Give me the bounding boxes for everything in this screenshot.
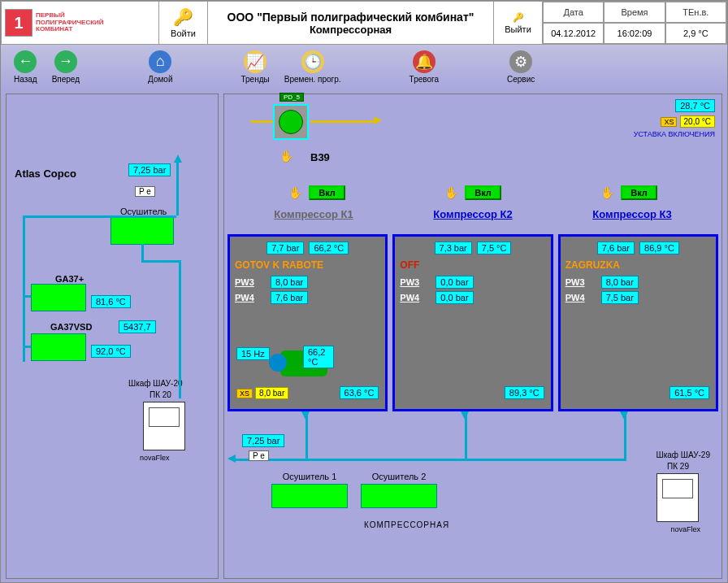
motor-icon: 66,2 °C — [266, 347, 334, 380]
k1-pw3: 8,0 bar — [271, 276, 308, 289]
k1-status: GOTOV K RABOTE — [235, 259, 380, 271]
cabinet20-box[interactable] — [143, 402, 185, 450]
k2-pw3: 0,0 bar — [436, 276, 473, 289]
setpoint-row: XS 20,0 °C — [661, 115, 715, 128]
novaflex20-label: novaFlex — [140, 454, 170, 462]
exit-button[interactable]: 🔑 Выйти — [494, 2, 543, 44]
system-pressure-value: 7,25 bar — [128, 163, 171, 176]
trends-button[interactable]: 📈Тренды — [236, 49, 275, 85]
cabinet20-pk-label: ПК 20 — [150, 390, 171, 399]
ga37-indicator[interactable] — [31, 284, 86, 311]
k1-motor-temp: 66,2 °C — [303, 346, 334, 368]
exit-key-icon: 🔑 — [513, 12, 524, 23]
login-button[interactable]: 🔑 Войти — [159, 2, 208, 44]
arrow-left-icon: ← — [14, 50, 37, 73]
date-value: 04.12.2012 — [543, 23, 604, 44]
home-icon: ⌂ — [149, 50, 171, 73]
room-temp-value: 28,7 °C — [675, 99, 715, 112]
time-value: 16:02:09 — [604, 23, 665, 44]
dryer1: Осушитель 1 — [271, 472, 348, 508]
vendor-label: Atlas Copco — [15, 168, 76, 180]
logo: 1 ПЕРВЫЙ ПОЛИГРАФИЧЕСКИЙ КОМБИНАТ — [2, 2, 159, 44]
time-prog-button[interactable]: 🕒Времен. прогр. — [280, 49, 346, 85]
hand-icon: ✋ — [288, 186, 302, 199]
k1-pw4: 7,6 bar — [271, 291, 308, 304]
manifold-pressure-value: 7,25 bar — [242, 434, 284, 447]
dryer2-indicator[interactable] — [361, 484, 437, 508]
clock-icon: 🕒 — [301, 50, 324, 73]
cabinet29-label: Шкаф ШАУ-29 — [656, 450, 710, 459]
key-icon: 🔑 — [173, 7, 193, 27]
temp-header: ТЕн.в. — [665, 2, 726, 23]
page-title: ООО "Первый полиграфический комбинат" Ко… — [208, 2, 494, 44]
gear-icon: ⚙ — [509, 50, 532, 73]
arrow-right-icon: → — [54, 50, 77, 73]
k3-pressure: 7,6 bar — [597, 241, 635, 255]
k1-pressure: 7,7 bar — [266, 241, 304, 255]
k1-bottom-temp: 63,6 °C — [340, 386, 379, 399]
k1-on-button[interactable]: Вкл — [309, 185, 345, 200]
setpoint-label: УСТАВКА ВКЛЮЧЕНИЯ — [634, 130, 715, 138]
home-button[interactable]: ⌂Домой — [143, 49, 177, 85]
compressor-k1-box: 7,7 bar 66,2 °C GOTOV K RABOTE PW38,0 ba… — [228, 234, 388, 411]
k1-xs-bar[interactable]: 8,0 bar — [255, 387, 288, 399]
datetime-panel: Дата Время ТЕн.в. 04.12.2012 16:02:09 2,… — [543, 2, 726, 44]
k1-hz: 15 Hz — [236, 347, 270, 360]
alarm-button[interactable]: 🔔Тревога — [405, 49, 444, 85]
left-panel: Atlas Copco 7,25 bar P e Осушитель GA37+… — [6, 94, 219, 579]
k1-temp: 66,2 °C — [309, 241, 349, 255]
k2-pressure: 7,3 bar — [435, 241, 472, 255]
valve-label: B39 — [310, 151, 330, 163]
cabinet20-label: Шкаф ШАУ-20 — [128, 379, 183, 388]
compressor-k2-box: 7,3 bar 7,5 °C OFF PW30,0 bar PW40,0 bar… — [392, 234, 552, 411]
compressor-k3-box: 7,6 bar 86,9 °C ZAGRUZKA PW38,0 bar PW47… — [558, 234, 718, 411]
hand-icon: ✋ — [444, 186, 458, 199]
xs-badge: XS — [236, 389, 253, 398]
date-header: Дата — [543, 2, 604, 23]
ga37vsd-temp-value: 92,0 °C — [91, 345, 131, 358]
ga37vsd-label: GA37VSD — [50, 322, 92, 332]
xs-badge: XS — [661, 117, 677, 127]
right-panel: 28,7 °C XS 20,0 °C УСТАВКА ВКЛЮЧЕНИЯ PD_… — [223, 94, 722, 579]
k2-status: OFF — [400, 259, 545, 271]
k2-bottom-temp: 89,3 °C — [505, 386, 544, 399]
ga37-temp-value: 81,6 °C — [91, 295, 131, 308]
k3-pw3: 8,0 bar — [601, 276, 639, 289]
k3-pw4: 7,5 bar — [601, 291, 639, 304]
hand-stop-icon: ✋ — [280, 150, 293, 163]
valve-b39[interactable]: PD_5 — [273, 104, 309, 140]
cabinet29-pk-label: ПК 29 — [667, 462, 689, 471]
outside-temp-value: 2,9 °C — [665, 23, 726, 44]
ga37vsd-hours-value: 5437,7 — [119, 320, 156, 333]
k2-on-button[interactable]: Вкл — [465, 185, 501, 200]
pd-tag: PD_5 — [280, 93, 304, 102]
k3-bottom-temp: 61,5 °C — [670, 386, 709, 399]
k3-status: ZAGRUZKA — [566, 259, 711, 271]
alarm-icon: 🔔 — [413, 50, 436, 73]
pe-sensor-label: P e — [135, 186, 155, 197]
cabinet29-box[interactable] — [656, 473, 699, 522]
k3-temp: 86,9 °C — [639, 241, 679, 255]
dryer1-label: Осушитель 1 — [283, 472, 337, 481]
chart-icon: 📈 — [244, 50, 266, 73]
k2-pw4: 0,0 bar — [436, 291, 473, 304]
compressor-k1-link[interactable]: Компрессор К1 — [274, 208, 353, 220]
service-button[interactable]: ⚙Сервис — [502, 49, 540, 85]
room-label: КОМПРЕССОРНАЯ — [364, 520, 449, 529]
dryer1-indicator[interactable] — [271, 484, 348, 508]
compressor-k2-link[interactable]: Компрессор К2 — [433, 208, 512, 220]
compressor-k3-link[interactable]: Компрессор К3 — [592, 208, 671, 220]
setpoint-value[interactable]: 20,0 °C — [680, 115, 715, 128]
forward-button[interactable]: →Вперед — [47, 49, 84, 85]
ga37vsd-indicator[interactable] — [31, 333, 86, 361]
novaflex29-label: novaFlex — [670, 525, 700, 533]
hand-icon: ✋ — [600, 186, 614, 199]
k3-on-button[interactable]: Вкл — [621, 185, 657, 200]
pe-sensor2-label: P e — [249, 450, 269, 461]
dryer2-label: Осушитель 2 — [372, 472, 427, 481]
dryer2: Осушитель 2 — [361, 472, 437, 508]
ga37-label: GA37+ — [55, 274, 84, 284]
back-button[interactable]: ←Назад — [9, 49, 42, 85]
k2-temp: 7,5 °C — [477, 241, 512, 255]
dryer-indicator[interactable] — [110, 217, 174, 245]
